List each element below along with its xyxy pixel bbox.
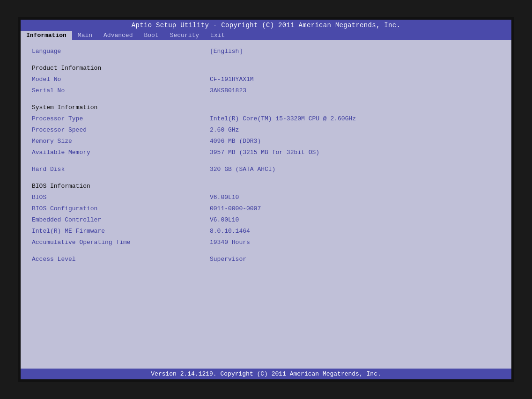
model-no-row: Model No CF-191HYAX1M <box>32 75 500 86</box>
hard-disk-label: Hard Disk <box>32 165 210 173</box>
bios-row: BIOS V6.00L10 <box>32 193 500 204</box>
processor-type-value: Intel(R) Core(TM) i5-3320M CPU @ 2.60GHz <box>210 115 500 123</box>
bios-config-row: BIOS Configuration 0011-0000-0007 <box>32 205 500 215</box>
bios-label: BIOS <box>32 193 210 201</box>
accum-op-time-label: Accumulative Operating Time <box>32 238 210 246</box>
accum-op-time-row: Accumulative Operating Time 19340 Hours <box>32 238 500 249</box>
hard-disk-value: 320 GB (SATA AHCI) <box>210 165 500 173</box>
bios-info-header-row: BIOS Information <box>32 182 500 192</box>
bios-value: V6.00L10 <box>210 193 500 201</box>
access-level-row: Access Level Supervisor <box>32 255 500 266</box>
intel-me-value: 8.0.10.1464 <box>210 227 500 235</box>
model-no-label: Model No <box>32 75 210 83</box>
tab-advanced[interactable]: Advanced <box>98 31 138 40</box>
intel-me-row: Intel(R) ME Firmware 8.0.10.1464 <box>32 227 500 237</box>
title-bar: Aptio Setup Utility - Copyright (C) 2011… <box>21 20 511 31</box>
available-memory-value: 3957 MB (3215 MB for 32bit OS) <box>210 148 500 156</box>
intel-me-label: Intel(R) ME Firmware <box>32 227 210 235</box>
accum-op-time-value: 19340 Hours <box>210 238 500 246</box>
serial-no-row: Serial No 3AKSB01823 <box>32 87 500 97</box>
footer: Version 2.14.1219. Copyright (C) 2011 Am… <box>21 369 511 379</box>
processor-speed-row: Processor Speed 2.60 GHz <box>32 126 500 136</box>
tab-security[interactable]: Security <box>164 31 205 40</box>
processor-type-label: Processor Type <box>32 115 210 123</box>
tab-boot[interactable]: Boot <box>138 31 164 40</box>
product-info-header: Product Information <box>32 64 210 72</box>
embedded-controller-label: Embedded Controller <box>32 216 210 224</box>
bios-config-label: BIOS Configuration <box>32 205 210 213</box>
embedded-controller-row: Embedded Controller V6.00L10 <box>32 216 500 226</box>
language-value: [English] <box>210 47 500 55</box>
memory-size-label: Memory Size <box>32 137 210 145</box>
processor-speed-value: 2.60 GHz <box>210 126 500 134</box>
tab-exit[interactable]: Exit <box>205 31 230 40</box>
memory-size-row: Memory Size 4096 MB (DDR3) <box>32 137 500 148</box>
serial-no-label: Serial No <box>32 87 210 95</box>
available-memory-label: Available Memory <box>32 148 210 156</box>
bios-info-header: BIOS Information <box>32 182 210 190</box>
access-level-value: Supervisor <box>210 255 500 263</box>
title-text: Aptio Setup Utility - Copyright (C) 2011… <box>132 22 400 29</box>
info-table: Language [English] Product Information M… <box>32 47 500 361</box>
system-info-header-row: System Information <box>32 103 500 114</box>
nav-tabs: Information Main Advanced Boot Security … <box>21 31 511 40</box>
footer-text: Version 2.14.1219. Copyright (C) 2011 Am… <box>151 370 381 377</box>
processor-type-row: Processor Type Intel(R) Core(TM) i5-3320… <box>32 115 500 125</box>
access-level-label: Access Level <box>32 255 210 263</box>
memory-size-value: 4096 MB (DDR3) <box>210 137 500 145</box>
available-memory-row: Available Memory 3957 MB (3215 MB for 32… <box>32 148 500 159</box>
processor-speed-label: Processor Speed <box>32 126 210 134</box>
system-info-header: System Information <box>32 103 210 111</box>
tab-information[interactable]: Information <box>21 31 72 40</box>
content-area: Language [English] Product Information M… <box>21 40 511 369</box>
tab-main[interactable]: Main <box>72 31 98 40</box>
hard-disk-row: Hard Disk 320 GB (SATA AHCI) <box>32 165 500 176</box>
bios-config-value: 0011-0000-0007 <box>210 205 500 213</box>
language-value-text: [English] <box>210 48 243 55</box>
model-no-value: CF-191HYAX1M <box>210 75 500 83</box>
product-info-header-row: Product Information <box>32 64 500 74</box>
embedded-controller-value: V6.00L10 <box>210 216 500 224</box>
language-label: Language <box>32 47 210 55</box>
bios-screen: Aptio Setup Utility - Copyright (C) 2011… <box>18 17 514 382</box>
serial-no-value: 3AKSB01823 <box>210 87 500 95</box>
language-row: Language [English] <box>32 47 500 58</box>
